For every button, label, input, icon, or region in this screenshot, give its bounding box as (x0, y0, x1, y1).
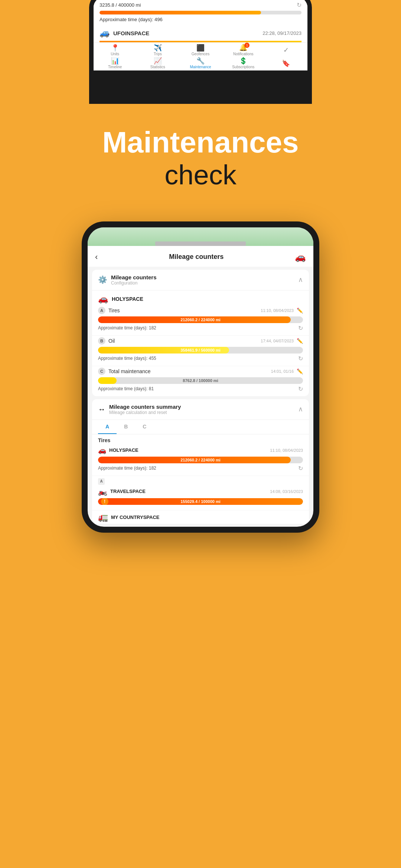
tires-edit-button[interactable]: ✏️ (297, 308, 303, 313)
tp-refresh-icon[interactable]: ↻ (297, 1, 301, 9)
total-progress-bar: 8762.8 / 100000 mi (98, 377, 303, 384)
tires-progress-label: 212060.2 / 224000 mi (180, 318, 221, 322)
oil-label: B (98, 337, 105, 345)
tp-vehicle-row: 🚙 UFOINSPACE 22:28, 09/17/2023 (94, 25, 307, 41)
tp-nav-units-label: Units (111, 52, 119, 56)
travelspace-warn-icon: ! (101, 498, 108, 505)
bp-card1-chevron[interactable]: ∧ (298, 276, 303, 284)
tp-vehicle-left: 🚙 UFOINSPACE (100, 28, 149, 38)
top-phone-inner: 3235.8 / 400000 mi ↻ Approximate time (d… (94, 0, 307, 70)
tp-nav-maintenance-label: Maintenance (190, 65, 211, 69)
oil-edit-button[interactable]: ✏️ (297, 338, 303, 344)
bp-map-road (155, 241, 245, 246)
label-a: A (98, 478, 105, 485)
summary-travelspace-progress: ! 155029.4 / 100000 mi (98, 498, 303, 505)
total-refresh-button[interactable]: ↻ (298, 385, 303, 392)
total-left: C Total maintenance (98, 368, 151, 375)
summary-travelspace-header: 🏍️ TRAVELSPACE 14:08, 03/16/2023 (98, 487, 303, 496)
tab-b[interactable]: B (117, 420, 135, 434)
bp-mileage-counters-card: ⚙️ Mileage counters Configuration ∧ 🚗 HO… (92, 270, 309, 396)
bp-card1-subtitle: Configuration (111, 280, 157, 286)
summary-icon: ↔️ (98, 405, 105, 414)
total-progress-label: 8762.8 / 100000 mi (183, 378, 218, 383)
tp-approx-time: Approximate time (days): 496 (100, 17, 301, 22)
summary-section-title: Tires (92, 434, 309, 445)
maint-item-total: C Total maintenance 14:01, 01/16 ✏️ 8762… (92, 366, 309, 396)
tp-nav-bookmark[interactable]: 🔖 (265, 60, 307, 67)
tp-nav-notifications[interactable]: 🔔 1 Notifications (222, 44, 265, 56)
hero-subtitle: check (102, 159, 299, 192)
tires-label: A (98, 307, 105, 314)
bp-card2-title-wrap: Mileage counters summary Mileage calcula… (109, 404, 181, 415)
hero-title: Maintenances (102, 126, 299, 159)
top-phone: 3235.8 / 400000 mi ↻ Approximate time (d… (89, 0, 312, 104)
tp-nav-timeline[interactable]: 📊 Timeline (94, 57, 136, 69)
bp-summary-card: ↔️ Mileage counters summary Mileage calc… (92, 399, 309, 524)
tp-nav-geofences-label: Geofences (192, 52, 209, 56)
tab-a[interactable]: A (98, 420, 117, 434)
bp-summary-tabs: A B C (92, 420, 309, 434)
maint-item-tires: A Tires 11:10, 08/04/2023 ✏️ 212060.2 / … (92, 305, 309, 336)
tp-nav-subscriptions-label: Subscriptions (232, 65, 254, 69)
summary-travelspace-label: 155029.4 / 100000 mi (180, 499, 221, 504)
tp-nav-geofences[interactable]: ⬛ Geofences (179, 45, 222, 56)
total-edit-button[interactable]: ✏️ (297, 368, 303, 374)
tires-date: 11:10, 08/04/2023 (261, 308, 294, 313)
summary-holyspace-date: 11:10, 08/04/2023 (270, 448, 303, 453)
hero-section: Maintenances check (87, 104, 313, 221)
notifications-badge-wrap: 🔔 1 (239, 44, 247, 51)
tab-c[interactable]: C (135, 420, 154, 434)
tires-refresh-button[interactable]: ↻ (298, 325, 303, 332)
oil-approx: Approximate time (days): 455 (98, 356, 156, 361)
tp-vehicle-name: UFOINSPACE (113, 30, 149, 36)
bookmark-icon: 🔖 (282, 60, 290, 67)
total-name: Total maintenance (108, 368, 151, 374)
tires-header: A Tires 11:10, 08/04/2023 ✏️ (98, 307, 303, 314)
oil-refresh-button[interactable]: ↻ (298, 355, 303, 362)
tp-progress-fill (100, 11, 261, 14)
trips-icon: ✈️ (154, 45, 162, 51)
tp-vehicle-icon: 🚙 (100, 28, 110, 38)
tp-nav-maintenance[interactable]: 🔧 Maintenance (179, 57, 222, 69)
total-date: 14:01, 01/16 (271, 369, 294, 374)
bp-map-background (88, 227, 313, 246)
bp-back-button[interactable]: ‹ (95, 252, 98, 262)
bp-card2-header: ↔️ Mileage counters summary Mileage calc… (92, 399, 309, 420)
tp-nav-notifications-label: Notifications (233, 52, 253, 56)
summary-holyspace-progress: 212060.2 / 224000 mi (98, 457, 303, 463)
tp-nav-more[interactable]: ✓ (265, 46, 307, 54)
holyspace-vehicle-name: HOLYSPACE (112, 296, 143, 302)
bp-card1-header-left: ⚙️ Mileage counters Configuration (98, 274, 157, 286)
tp-nav-trips[interactable]: ✈️ Trips (136, 45, 179, 56)
geofences-icon: ⬛ (196, 45, 205, 51)
tires-approx-row: Approximate time (days): 182 ↻ (98, 325, 303, 332)
tp-nav-units[interactable]: 📍 Units (94, 45, 136, 56)
tp-nav-timeline-label: Timeline (108, 65, 122, 69)
oil-left: B Oil (98, 337, 115, 345)
bp-card2-chevron[interactable]: ∧ (298, 405, 303, 413)
countryspace-name: MY COUNTRYSPACE (111, 514, 160, 520)
summary-holyspace-header: 🚗 HOLYSPACE 11:10, 08/04/2023 (98, 446, 303, 454)
tp-nav-trips-label: Trips (154, 52, 162, 56)
subscriptions-icon: 💲 (239, 57, 247, 64)
total-progress-fill (98, 377, 117, 384)
tp-nav-subscriptions[interactable]: 💲 Subscriptions (222, 57, 265, 69)
bp-card1-title-wrap: Mileage counters Configuration (111, 274, 157, 286)
tp-nav-row2: 📊 Timeline 📈 Statistics 🔧 Maintenance 💲 … (94, 56, 307, 70)
oil-progress-bar: 358461.9 / 560000 mi (98, 347, 303, 354)
summary-holyspace-refresh[interactable]: ↻ (298, 465, 303, 472)
summary-travelspace-name: TRAVELSPACE (110, 489, 146, 494)
tp-nav-statistics-label: Statistics (150, 65, 165, 69)
tp-nav-statistics[interactable]: 📈 Statistics (136, 57, 179, 69)
tires-approx: Approximate time (days): 182 (98, 325, 156, 331)
units-icon: 📍 (111, 45, 119, 51)
tp-nav-row1: 📍 Units ✈️ Trips ⬛ Geofences 🔔 (94, 42, 307, 56)
bp-header: ‹ Mileage counters 🚗 (88, 246, 313, 267)
summary-holyspace-block: 🚗 HOLYSPACE 11:10, 08/04/2023 212060.2 /… (92, 445, 309, 476)
more-icon: ✓ (283, 46, 289, 54)
bp-card1-header: ⚙️ Mileage counters Configuration ∧ (92, 270, 309, 290)
tires-right: 11:10, 08/04/2023 ✏️ (261, 308, 303, 313)
oil-date: 17:44, 04/07/2023 (261, 339, 294, 343)
configuration-icon: ⚙️ (98, 275, 107, 284)
summary-holyspace-approx: Approximate time (days): 182 (98, 466, 156, 471)
